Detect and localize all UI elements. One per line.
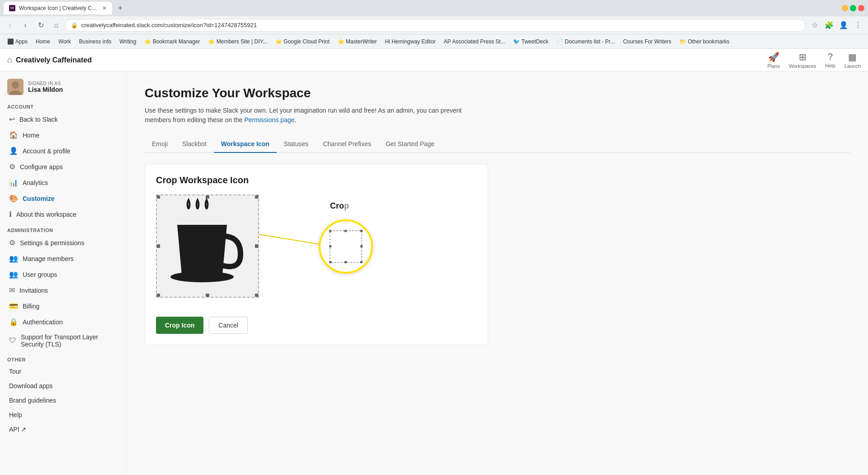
sidebar-item-about[interactable]: ℹAbout this workspace xyxy=(2,206,124,222)
sidebar-item-apps[interactable]: ⚙Configure apps xyxy=(2,159,124,175)
home-icon[interactable]: ⌂ xyxy=(7,55,12,65)
sidebar-item-billing[interactable]: 💳Billing xyxy=(2,298,124,314)
page-description: Use these settings to make Slack your ow… xyxy=(145,106,470,125)
cancel-button[interactable]: Cancel xyxy=(209,317,248,334)
help-icon: ? xyxy=(828,52,833,62)
handle-top-left[interactable] xyxy=(156,195,160,199)
sidebar-item-invitations[interactable]: ✉Invitations xyxy=(2,282,124,298)
handle-bottom-left[interactable] xyxy=(156,294,160,297)
workspace-name: Creatively Caffeinated xyxy=(16,56,92,64)
profile-button[interactable]: 👤 xyxy=(837,19,850,32)
crop-buttons: Crop Icon Cancel xyxy=(156,317,477,334)
invitations-icon: ✉ xyxy=(9,286,15,294)
sidebar-item-back[interactable]: ↩Back to Slack xyxy=(2,111,124,127)
bookmark-star-button[interactable]: ☆ xyxy=(808,19,821,32)
close-tab-button[interactable]: ✕ xyxy=(102,5,107,11)
signed-in-label: SIGNED IN AS xyxy=(28,81,63,86)
bookmark-hemingway[interactable]: Hi Hemingway Editor xyxy=(382,37,439,47)
home-sidebar-icon: 🏠 xyxy=(9,131,18,139)
apps-icon: ⚙ xyxy=(9,162,15,171)
sidebar-item-api[interactable]: API ↗ xyxy=(2,422,124,437)
bookmark-ap[interactable]: AP Associated Press St... xyxy=(440,37,509,47)
tab-channel-prefixes[interactable]: Channel Prefixes xyxy=(316,136,378,153)
app-container: SIGNED IN AS Lisa Mildon ACCOUNT ↩Back t… xyxy=(0,71,868,475)
bookmark-home[interactable]: Home xyxy=(32,37,54,47)
permissions-link[interactable]: Permissions page xyxy=(244,116,294,124)
workspaces-button[interactable]: ⊞ Workspaces xyxy=(789,52,816,69)
magnifier-inner xyxy=(321,221,371,272)
bookmark-business[interactable]: Business info xyxy=(75,37,115,47)
crop-panel-title: Crop Workspace Icon xyxy=(156,175,477,185)
home-nav-button[interactable]: ⌂ xyxy=(50,19,62,32)
launch-button[interactable]: ▦ Launch xyxy=(844,52,861,69)
bookmark-other[interactable]: 📁 Other bookmarks xyxy=(676,37,733,47)
handle-bottom-right[interactable] xyxy=(255,294,259,297)
billing-icon: 💳 xyxy=(9,302,18,310)
sidebar-item-tls[interactable]: 🛡Support for Transport Layer Security (T… xyxy=(2,330,124,352)
browser-toolbar: ‹ › ↻ ⌂ 🔒 creativelycaffeinated.slack.co… xyxy=(0,16,868,34)
bookmark-apps[interactable]: ⬛ Apps xyxy=(4,37,31,47)
sidebar-item-home[interactable]: 🏠Home xyxy=(2,127,124,143)
plans-icon: 🚀 xyxy=(768,52,779,62)
about-icon: ℹ xyxy=(9,210,12,218)
forward-button[interactable]: › xyxy=(19,19,32,32)
handle-top-right[interactable] xyxy=(255,195,259,199)
sidebar-item-settings[interactable]: ⚙Settings & permissions xyxy=(2,235,124,251)
bookmark-docs[interactable]: 📄 Documents list - Pr... xyxy=(553,37,618,47)
handle-bottom-mid[interactable] xyxy=(206,294,209,297)
tab-favicon: W xyxy=(9,5,15,11)
bookmark-manager[interactable]: ⭐ Bookmark Manager xyxy=(141,37,203,47)
tab-workspace-icon[interactable]: Workspace Icon xyxy=(214,136,277,153)
sidebar-item-account[interactable]: 👤Account & profile xyxy=(2,143,124,159)
settings-icon: ⚙ xyxy=(9,238,15,247)
back-button[interactable]: ‹ xyxy=(4,19,16,32)
sidebar-item-tour[interactable]: Tour xyxy=(2,364,124,379)
svg-rect-5 xyxy=(330,231,362,262)
sidebar-item-usergroups[interactable]: 👥User groups xyxy=(2,266,124,282)
help-button[interactable]: ? Help xyxy=(825,52,835,68)
reload-button[interactable]: ↻ xyxy=(34,19,47,32)
maximize-button[interactable] xyxy=(850,5,856,11)
sidebar-item-analytics[interactable]: 📊Analytics xyxy=(2,175,124,190)
crop-area[interactable] xyxy=(156,195,259,298)
handle-top-mid[interactable] xyxy=(206,195,209,199)
tab-statuses[interactable]: Statuses xyxy=(277,136,316,153)
sidebar-item-members[interactable]: 👥Manage members xyxy=(2,251,124,266)
tab-emoji[interactable]: Emoji xyxy=(145,136,175,153)
svg-rect-7 xyxy=(344,230,347,232)
sidebar-item-brand[interactable]: Brand guidelines xyxy=(2,393,124,408)
new-tab-button[interactable]: + xyxy=(114,2,127,14)
bookmark-tweetdeck[interactable]: 🐦 TweetDeck xyxy=(509,37,552,47)
tab-get-started[interactable]: Get Started Page xyxy=(378,136,442,153)
close-button[interactable] xyxy=(858,5,864,11)
account-icon: 👤 xyxy=(9,147,18,155)
customize-icon: 🎨 xyxy=(9,194,18,203)
bookmark-courses[interactable]: Courses For Writers xyxy=(619,37,675,47)
bookmark-gcp[interactable]: ⭐ Google Cloud Print xyxy=(272,37,333,47)
other-section-label: OTHER xyxy=(0,352,126,364)
active-tab[interactable]: W Workspace Icon | Creatively Caff... ✕ xyxy=(4,2,112,14)
sidebar-item-help[interactable]: Help xyxy=(2,408,124,422)
svg-point-1 xyxy=(12,81,19,89)
address-bar[interactable]: 🔒 creativelycaffeinated.slack.com/custom… xyxy=(65,19,806,32)
menu-button[interactable]: ⋮ xyxy=(852,19,864,32)
tab-slackbot[interactable]: Slackbot xyxy=(175,136,214,153)
bookmark-writing[interactable]: Writing xyxy=(116,37,140,47)
bookmark-work[interactable]: Work xyxy=(55,37,75,47)
handle-right-mid[interactable] xyxy=(255,244,259,248)
launch-icon: ▦ xyxy=(848,52,857,62)
plans-button[interactable]: 🚀 Plans xyxy=(767,52,780,69)
sidebar-item-customize[interactable]: 🎨Customize xyxy=(2,190,124,206)
sidebar-item-auth[interactable]: 🔒Authentication xyxy=(2,314,124,330)
sidebar-item-download[interactable]: Download apps xyxy=(2,379,124,393)
bookmark-members[interactable]: ⭐ Members Site | DIY... xyxy=(204,37,271,47)
plans-label: Plans xyxy=(767,63,780,69)
extensions-button[interactable]: 🧩 xyxy=(823,19,835,32)
browser-window: W Workspace Icon | Creatively Caff... ✕ … xyxy=(0,0,868,475)
minimize-button[interactable] xyxy=(842,5,848,11)
crop-icon-button[interactable]: Crop Icon xyxy=(156,317,203,334)
bookmark-masterwriter[interactable]: ⭐ MasterWriter xyxy=(334,37,381,47)
workspaces-label: Workspaces xyxy=(789,63,816,69)
handle-left-mid[interactable] xyxy=(156,244,160,248)
main-content: Customize Your Workspace Use these setti… xyxy=(127,71,868,475)
